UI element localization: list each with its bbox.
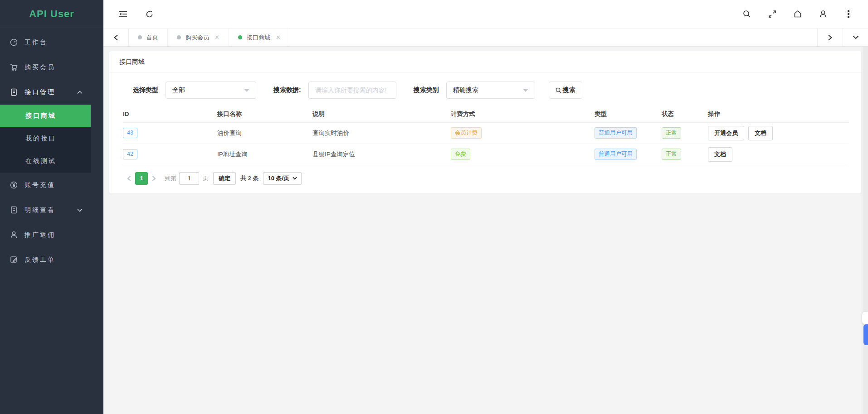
table-header-row: ID接口名称说明计费方式类型状态操作 [123,106,848,122]
tabs-list: 首页购买会员✕接口商城✕ [129,29,290,46]
type-badge: 普通用户可用 [595,149,637,160]
api-market-card: 接口商城 选择类型 全部 搜索数据: 搜索类别 精确搜索 [109,51,862,194]
search-icon [556,87,561,93]
table-row: 42IP地址查询县级IP查询定位免费普通用户可用正常文档 [123,144,848,165]
dashboard-icon [10,39,18,46]
column-header-1: 接口名称 [217,106,312,122]
cell-actions: 开通会员文档 [708,122,848,144]
type-select[interactable]: 全部 [166,82,256,99]
cell-type: 普通用户可用 [595,144,662,165]
type-select-value: 全部 [172,86,185,94]
sidebar-subitem-2[interactable]: 在线测试 [0,150,91,173]
tabs-scroll-left-icon[interactable] [103,29,129,46]
search-icon[interactable] [741,8,753,20]
collapse-menu-icon[interactable] [117,8,129,20]
sidebar-item-label: 接口管理 [24,88,55,96]
sidebar-item-label: 反馈工单 [24,256,55,264]
pagination: 1 到第 页 确定 共 2 条 10 条/页 [123,172,861,185]
tabs-menu-dropdown-icon[interactable] [843,29,868,46]
cell-billing: 会员计费 [451,122,595,144]
chevron-down-icon [523,89,528,92]
tab-close-icon[interactable]: ✕ [215,34,219,41]
side-widget-tab[interactable] [862,312,868,324]
ticket-icon [10,256,18,264]
search-input[interactable] [308,82,396,99]
sidebar-item-4[interactable]: 明细查看 [0,197,91,222]
more-dots-icon[interactable] [843,8,854,20]
sidebar-item-6[interactable]: 反馈工单 [0,247,91,272]
page-number-button[interactable]: 1 [135,172,148,185]
tab-1[interactable]: 购买会员✕ [168,29,229,46]
tab-active-dot [238,35,242,39]
column-header-5: 状态 [662,106,708,122]
fullscreen-icon[interactable] [766,8,778,20]
sidebar-item-3[interactable]: 账号充值 [0,173,91,197]
status-badge: 正常 [662,149,681,160]
goto-confirm-button[interactable]: 确定 [213,172,236,185]
page-scrollbar[interactable] [863,47,868,414]
table-body: 43油价查询查询实时油价会员计费普通用户可用正常开通会员文档42IP地址查询县级… [123,122,848,165]
tab-0[interactable]: 首页 [129,29,168,46]
side-widget-handle[interactable] [863,324,868,345]
people-icon [10,231,18,239]
sidebar: API User 工作台购买会员接口管理接口商城我的接口在线测试账号充值明细查看… [0,0,103,414]
category-select-label: 搜索类别 [414,86,439,94]
column-header-2: 说明 [312,106,451,122]
api-table: ID接口名称说明计费方式类型状态操作 43油价查询查询实时油价会员计费普通用户可… [123,106,848,165]
next-page-icon[interactable] [148,176,160,181]
sidebar-subitem-0[interactable]: 接口商城 [0,105,91,127]
prev-page-icon[interactable] [123,176,135,181]
doc-button[interactable]: 文档 [748,126,773,140]
filter-row: 选择类型 全部 搜索数据: 搜索类别 精确搜索 搜索 [133,82,861,99]
billing-badge: 免费 [451,149,470,160]
sidebar-item-label: 工作台 [24,39,48,47]
total-count-label: 共 2 条 [240,174,258,183]
user-icon[interactable] [817,8,829,20]
open-vip-button[interactable]: 开通会员 [708,126,744,140]
page-title: 接口商城 [109,51,861,72]
main-area: 首页购买会员✕接口商城✕ 接口商城 选择类型 全部 搜索数据: 搜索类别 精确搜… [103,0,868,194]
chevron-down-icon [293,177,297,180]
home-icon[interactable] [792,8,804,20]
tab-spacer [290,29,817,46]
type-badge: 普通用户可用 [595,127,637,139]
status-badge: 正常 [662,127,681,139]
column-header-3: 计费方式 [451,106,595,122]
tab-dot [177,35,181,39]
tabs-scroll-right-icon[interactable] [817,29,843,46]
list-icon [10,206,18,214]
column-header-4: 类型 [595,106,662,122]
category-select[interactable]: 精确搜索 [446,82,535,99]
sidebar-item-2[interactable]: 接口管理 [0,80,91,105]
page-unit-label: 页 [203,174,209,183]
app-logo: API User [0,0,103,28]
page-size-select[interactable]: 10 条/页 [263,172,302,185]
chevron-down-icon [77,208,83,212]
search-button[interactable]: 搜索 [549,82,582,99]
cell-description: 县级IP查询定位 [312,144,451,165]
sidebar-subitem-1[interactable]: 我的接口 [0,127,91,150]
tab-2[interactable]: 接口商城✕ [229,29,290,46]
column-header-0: ID [123,106,217,122]
goto-page-input[interactable] [179,172,199,185]
cell-id: 43 [123,122,217,144]
search-button-label: 搜索 [563,86,575,94]
refresh-icon[interactable] [143,8,155,20]
yen-icon [10,181,18,189]
sidebar-item-label: 明细查看 [24,206,55,214]
doc-button[interactable]: 文档 [708,147,732,162]
cell-actions: 文档 [708,144,848,165]
tab-close-icon[interactable]: ✕ [276,34,281,41]
chevron-up-icon [77,91,83,94]
sidebar-item-0[interactable]: 工作台 [0,30,91,55]
cart-icon [10,63,18,71]
cell-status: 正常 [662,122,708,144]
tab-label: 购买会员 [185,34,209,42]
sidebar-item-5[interactable]: 推广返佣 [0,222,91,247]
cell-api-name: 油价查询 [217,122,312,144]
cell-description: 查询实时油价 [312,122,451,144]
id-badge: 43 [123,128,137,138]
column-header-6: 操作 [708,106,848,122]
document-icon [10,88,18,96]
sidebar-item-1[interactable]: 购买会员 [0,55,91,80]
